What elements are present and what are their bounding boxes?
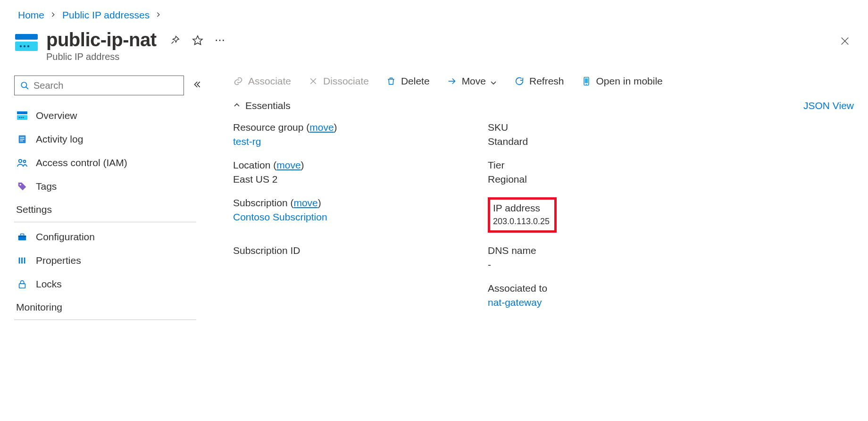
sidebar-item-locks[interactable]: Locks <box>14 272 203 296</box>
search-input[interactable] <box>33 80 178 91</box>
svg-rect-17 <box>20 137 24 137</box>
field-label-text: Resource group <box>233 122 303 133</box>
field-value-text: Standard <box>488 136 854 147</box>
associate-button: Associate <box>233 76 291 87</box>
star-icon[interactable] <box>192 34 203 46</box>
resource-group-link[interactable]: test-rg <box>233 136 469 147</box>
main-content: Associate Dissociate Delete Move <box>203 76 854 323</box>
svg-rect-12 <box>17 115 27 120</box>
divider <box>14 320 196 320</box>
search-box[interactable] <box>14 76 184 95</box>
svg-point-9 <box>21 82 26 87</box>
svg-point-14 <box>21 117 22 118</box>
svg-rect-29 <box>19 284 25 288</box>
svg-marker-6 <box>193 36 202 45</box>
breadcrumb: Home Public IP addresses <box>18 9 854 21</box>
toolbar-label: Dissociate <box>323 76 369 87</box>
properties-icon <box>16 254 28 267</box>
toolbar-label: Refresh <box>529 76 564 87</box>
sidebar-item-tags[interactable]: Tags <box>14 175 203 198</box>
move-link[interactable]: move <box>309 122 334 133</box>
toolbar: Associate Dissociate Delete Move <box>233 76 854 87</box>
svg-point-3 <box>24 45 25 47</box>
svg-point-13 <box>19 117 20 118</box>
close-icon <box>308 76 318 86</box>
trash-icon <box>386 76 396 86</box>
more-icon[interactable]: ⋯ <box>215 34 226 46</box>
essentials-grid: Resource group (move) test-rg SKU Standa… <box>233 122 854 308</box>
field-label-text: IP address <box>493 202 550 214</box>
search-icon <box>20 81 29 90</box>
sidebar-item-label: Tags <box>36 181 57 192</box>
field-dns-name: DNS name - <box>488 245 854 270</box>
associated-to-link[interactable]: nat-gateway <box>488 297 854 308</box>
chevron-up-icon <box>233 100 241 111</box>
move-link[interactable]: move <box>293 197 317 208</box>
close-button[interactable] <box>836 32 854 52</box>
field-resource-group: Resource group (move) test-rg <box>233 122 469 147</box>
lock-icon <box>16 278 28 290</box>
field-label-text: DNS name <box>488 245 854 256</box>
dissociate-button: Dissociate <box>308 76 369 87</box>
sidebar-item-properties[interactable]: Properties <box>14 249 203 272</box>
svg-point-21 <box>24 160 26 163</box>
page-title: public-ip-nat <box>46 29 156 51</box>
arrow-right-icon <box>447 76 457 86</box>
field-ip-address: IP address 203.0.113.0.25 <box>490 202 550 227</box>
svg-point-2 <box>20 45 22 47</box>
svg-line-5 <box>172 41 174 43</box>
field-label-text: SKU <box>488 122 854 133</box>
field-label-text: Location <box>233 160 270 170</box>
toolbar-label: Open in mobile <box>596 76 663 87</box>
collapse-sidebar-icon[interactable] <box>191 78 203 93</box>
sidebar-item-label: Locks <box>36 278 62 290</box>
sidebar-item-label: Access control (IAM) <box>36 157 127 168</box>
field-subscription: Subscription (move) Contoso Subscription <box>233 197 469 233</box>
open-in-mobile-button[interactable]: Open in mobile <box>581 76 663 87</box>
svg-point-20 <box>19 160 22 162</box>
field-tier: Tier Regional <box>488 160 854 185</box>
move-button[interactable]: Move <box>447 76 497 87</box>
svg-point-15 <box>23 117 24 118</box>
refresh-button[interactable]: Refresh <box>514 76 564 87</box>
page-subtitle: Public IP address <box>46 51 226 62</box>
field-label-text: Associated to <box>488 283 854 294</box>
divider <box>14 222 196 222</box>
pin-icon[interactable] <box>169 34 181 46</box>
link-icon <box>233 76 243 86</box>
tag-icon <box>16 180 28 193</box>
field-value-text: East US 2 <box>233 174 469 185</box>
breadcrumb-public-ips[interactable]: Public IP addresses <box>62 9 150 21</box>
sidebar-item-configuration[interactable]: Configuration <box>14 225 203 249</box>
sidebar-item-overview[interactable]: Overview <box>14 104 203 127</box>
svg-point-22 <box>20 184 21 185</box>
move-link[interactable]: move <box>276 160 300 170</box>
field-location: Location (move) East US 2 <box>233 160 469 185</box>
delete-button[interactable]: Delete <box>386 76 430 87</box>
breadcrumb-home[interactable]: Home <box>18 9 44 21</box>
json-view-link[interactable]: JSON View <box>803 100 854 111</box>
sidebar-item-iam[interactable]: Access control (IAM) <box>14 151 203 175</box>
svg-point-35 <box>586 84 587 85</box>
toolbar-label: Move <box>462 76 486 87</box>
field-label-text: Tier <box>488 160 854 171</box>
chevron-right-icon <box>50 10 57 20</box>
field-value-text: Regional <box>488 174 854 185</box>
field-subscription-id: Subscription ID <box>233 245 469 270</box>
sidebar-item-activity-log[interactable]: Activity log <box>14 127 203 151</box>
mobile-icon <box>581 76 592 86</box>
public-ip-resource-icon <box>14 32 39 53</box>
svg-rect-26 <box>19 258 20 264</box>
field-sku: SKU Standard <box>488 122 854 147</box>
subscription-link[interactable]: Contoso Subscription <box>233 211 469 223</box>
chevron-down-icon <box>490 77 497 85</box>
svg-point-4 <box>27 45 29 47</box>
sidebar-item-label: Properties <box>36 255 81 266</box>
toolbox-icon <box>16 231 28 243</box>
svg-rect-27 <box>21 258 23 264</box>
toolbar-label: Associate <box>248 76 291 87</box>
log-icon <box>16 133 28 145</box>
essentials-toggle[interactable]: Essentials <box>233 100 291 111</box>
svg-rect-28 <box>24 258 25 264</box>
svg-rect-25 <box>20 234 24 236</box>
